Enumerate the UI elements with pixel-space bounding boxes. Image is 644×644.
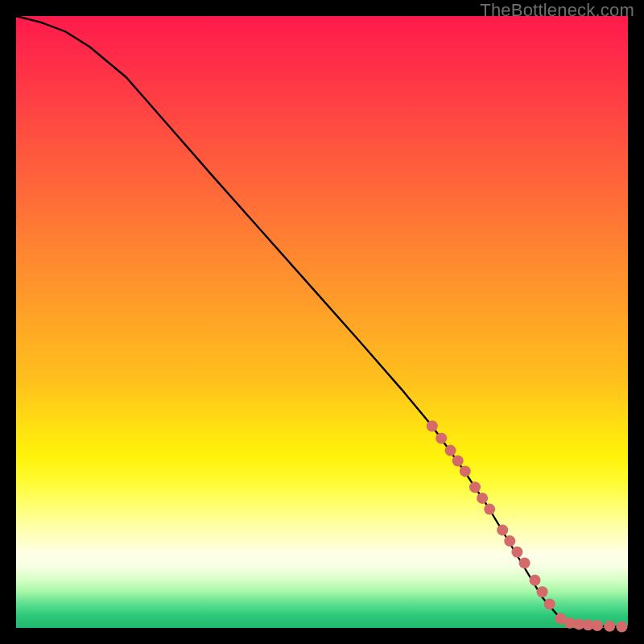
watermark-text: TheBottleneck.com (480, 0, 634, 21)
highlight-dot (530, 575, 541, 586)
highlight-dot (511, 547, 522, 558)
highlight-dot (469, 481, 481, 493)
highlight-dot (460, 465, 471, 477)
highlight-dot-series (427, 420, 628, 632)
highlight-dot (477, 493, 488, 504)
highlight-dot (427, 420, 438, 431)
highlight-dot (504, 535, 515, 547)
highlight-dot (544, 598, 555, 609)
highlight-dot (484, 504, 495, 515)
highlight-dot (445, 445, 456, 456)
chart-overlay-svg (16, 16, 628, 628)
highlight-dot (519, 557, 530, 568)
bottleneck-curve (16, 16, 628, 627)
highlight-dot (537, 586, 548, 597)
highlight-dot (497, 524, 508, 535)
highlight-dot (604, 621, 615, 632)
highlight-dot (616, 621, 627, 633)
highlight-dot (452, 456, 464, 467)
chart-stage: TheBottleneck.com (0, 0, 644, 644)
highlight-dot (436, 432, 447, 444)
highlight-dot (592, 620, 603, 631)
